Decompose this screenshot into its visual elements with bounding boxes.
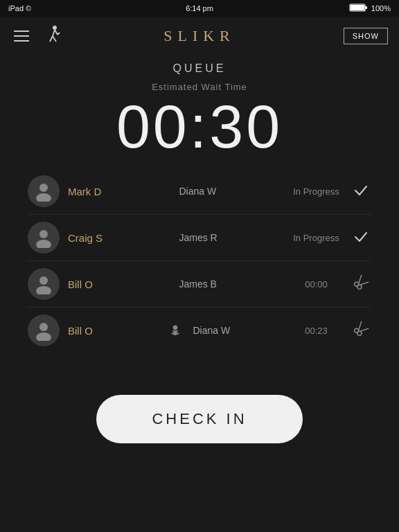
svg-line-5 (50, 36, 53, 42)
specialist-name: Diana W (193, 325, 283, 336)
queue-item: Bill OJames B00:00 (28, 261, 371, 308)
checkmark-icon (351, 229, 371, 247)
svg-point-19 (39, 323, 48, 331)
walking-icon[interactable] (47, 25, 62, 48)
checkin-button-wrap: CHECK IN (0, 395, 399, 443)
specialist-name: Diana W (179, 186, 283, 197)
queue-item: Bill O Diana W00:23 (28, 308, 371, 353)
specialist-queue-icon (166, 321, 185, 340)
wait-time-section: Estimated Wait Time 00:30 (0, 82, 399, 157)
battery-percent: 100% (371, 4, 391, 12)
status-right: 100% (349, 3, 391, 14)
hamburger-menu[interactable] (11, 28, 32, 44)
svg-line-6 (53, 36, 56, 42)
status-bar: iPad © 6:14 pm 100% (0, 0, 399, 17)
svg-point-13 (39, 276, 48, 285)
scissors-icon (351, 321, 371, 340)
battery-icon (349, 3, 369, 14)
queue-item: Mark DDiana WIn Progress (28, 168, 371, 215)
svg-rect-23 (173, 332, 177, 335)
client-name: Mark D (68, 186, 171, 197)
specialist-name: James R (179, 232, 283, 243)
svg-line-7 (55, 30, 57, 35)
specialist-name: James B (179, 278, 283, 290)
svg-point-3 (53, 26, 57, 30)
svg-point-12 (36, 240, 51, 248)
svg-point-20 (36, 332, 51, 341)
queue-item: Craig SJames RIn Progress (28, 215, 371, 261)
header: SLIKR SHOW (0, 17, 399, 55)
avatar (28, 268, 60, 300)
svg-point-14 (36, 286, 51, 294)
wait-time-display: 00:30 (0, 96, 399, 157)
client-name: Bill O (68, 325, 157, 337)
avatar (28, 314, 60, 346)
client-name: Bill O (68, 278, 171, 290)
svg-rect-1 (365, 6, 367, 9)
avatar (28, 175, 60, 207)
show-button[interactable]: SHOW (344, 28, 388, 44)
client-name: Craig S (68, 232, 171, 244)
status-time: 6:14 pm (186, 4, 213, 12)
scissors-icon (351, 275, 371, 294)
svg-rect-24 (172, 332, 174, 335)
status-text: 00:23 (290, 326, 342, 336)
status-left: iPad © (8, 4, 31, 12)
status-text: In Progress (290, 186, 342, 197)
svg-point-10 (36, 193, 51, 202)
checkmark-icon (351, 182, 371, 201)
queue-list: Mark DDiana WIn Progress Craig SJames RI… (28, 168, 371, 353)
wait-time-label: Estimated Wait Time (0, 82, 399, 92)
avatar (28, 222, 60, 254)
svg-rect-25 (177, 332, 179, 335)
svg-line-8 (57, 33, 60, 35)
svg-rect-22 (172, 330, 177, 332)
svg-point-11 (39, 230, 48, 238)
checkin-button[interactable]: CHECK IN (96, 395, 302, 443)
page-title: QUEUE (0, 62, 399, 75)
svg-point-21 (172, 326, 177, 330)
status-text: 00:00 (290, 279, 342, 290)
status-text: In Progress (290, 233, 342, 243)
svg-line-4 (53, 30, 55, 36)
svg-point-9 (39, 184, 48, 192)
svg-rect-2 (351, 5, 364, 10)
app-logo: SLIKR (163, 27, 236, 45)
